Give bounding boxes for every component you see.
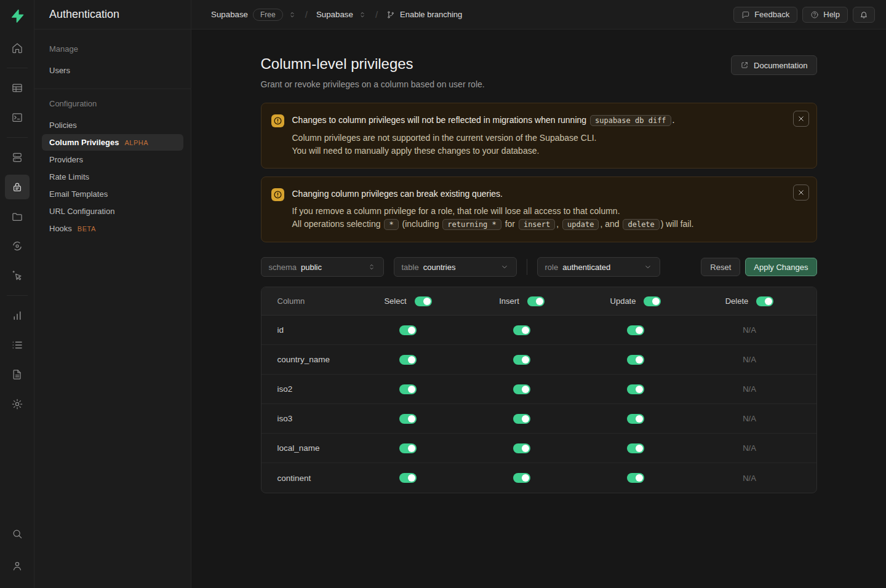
banner-description-line: All operations selecting * (including re…: [292, 218, 694, 231]
privilege-not-applicable: N/A: [743, 325, 756, 335]
toggle-id-select[interactable]: [399, 325, 417, 335]
rail-item-database[interactable]: [5, 145, 30, 170]
api-docs-icon: [11, 368, 23, 381]
table-select[interactable]: table countries: [394, 257, 517, 277]
toggle-continent-select[interactable]: [399, 473, 417, 483]
banner-description-line: Column privileges are not supported in t…: [292, 132, 675, 145]
close-icon: [797, 114, 805, 123]
chevrons-up-down-icon: [367, 263, 376, 271]
toggle-local_name-select[interactable]: [399, 443, 417, 453]
toggle-iso3-update[interactable]: [627, 414, 644, 424]
toggle-id-update[interactable]: [627, 325, 644, 335]
rail-item-edge-functions[interactable]: [5, 234, 30, 258]
toggle-all-select[interactable]: [415, 296, 432, 306]
enable-branching-button[interactable]: Enable branching: [386, 10, 462, 19]
toggle-continent-insert[interactable]: [513, 473, 530, 483]
sidebar-item-users[interactable]: Users: [42, 62, 183, 79]
cell-continent-update: [579, 473, 693, 483]
rail-item-logs[interactable]: [5, 333, 30, 357]
rail-item-home[interactable]: [5, 36, 30, 60]
banner-title: Changes to column privileges will not be…: [292, 114, 675, 127]
cell-country_name-delete: N/A: [693, 355, 807, 364]
rail-item-account[interactable]: [5, 554, 30, 578]
toggle-iso3-insert[interactable]: [513, 414, 530, 424]
rail-item-reports[interactable]: [5, 303, 30, 328]
search-icon: [11, 528, 23, 540]
inline-code: supabase db diff: [590, 115, 671, 126]
toggle-all-insert[interactable]: [527, 296, 545, 306]
sidebar-section-label: Configuration: [49, 99, 176, 108]
toggle-iso2-select[interactable]: [399, 384, 417, 394]
documentation-button[interactable]: Documentation: [731, 55, 816, 75]
schema-select-value: public: [301, 263, 322, 272]
rail-item-search[interactable]: [5, 522, 30, 546]
supabase-logo-icon[interactable]: [5, 4, 30, 28]
sidebar-item-badge: ALPHA: [124, 139, 148, 146]
git-branch-icon: [386, 10, 395, 19]
inline-code: update: [562, 219, 599, 230]
sidebar-header: Authentication: [34, 0, 191, 29]
apply-changes-button[interactable]: Apply Changes: [745, 258, 816, 276]
privilege-not-applicable: N/A: [743, 355, 756, 364]
column-name: iso3: [271, 414, 351, 423]
notifications-button[interactable]: [853, 7, 875, 23]
rail-bottom: [5, 518, 30, 582]
rail-item-authentication[interactable]: [5, 175, 30, 199]
toggle-local_name-update[interactable]: [627, 443, 644, 453]
sidebar-item-badge: BETA: [78, 225, 96, 232]
rail-item-storage[interactable]: [5, 204, 30, 229]
help-button[interactable]: Help: [802, 7, 848, 23]
reports-icon: [11, 309, 23, 322]
inline-code: insert: [519, 219, 555, 230]
org-switcher[interactable]: Supabase Free: [211, 9, 297, 21]
toggle-local_name-insert[interactable]: [513, 443, 530, 453]
cell-iso2-insert: [465, 384, 579, 394]
schema-select[interactable]: schema public: [261, 257, 384, 277]
role-select[interactable]: role authenticated: [537, 257, 660, 277]
banner-close-button[interactable]: [793, 111, 809, 127]
page-title: Column-level privileges: [261, 55, 485, 73]
column-name: local_name: [271, 443, 351, 453]
rail-item-sql-editor[interactable]: [5, 105, 30, 130]
reset-button[interactable]: Reset: [701, 258, 740, 276]
sidebar-item-rate-limits[interactable]: Rate Limits: [42, 169, 183, 185]
column-name: country_name: [271, 355, 351, 364]
cell-local_name-insert: [465, 443, 579, 453]
project-switcher[interactable]: Supabase: [316, 10, 367, 19]
toggle-iso3-select[interactable]: [399, 414, 417, 424]
project-name: Supabase: [316, 10, 353, 19]
feedback-button[interactable]: Feedback: [733, 7, 797, 23]
inline-code: returning *: [442, 219, 501, 230]
banner-content: Changing column privileges can break exi…: [292, 188, 694, 231]
toggle-iso2-insert[interactable]: [513, 384, 530, 394]
toggle-iso2-update[interactable]: [627, 384, 644, 394]
privilege-header-label: Update: [610, 296, 636, 306]
table-select-value: countries: [423, 263, 456, 272]
rail-divider: [7, 137, 28, 138]
sidebar-item-providers[interactable]: Providers: [42, 151, 183, 168]
header-privilege-insert: Insert: [465, 296, 579, 306]
toggle-country_name-insert[interactable]: [513, 355, 530, 365]
close-icon: [797, 188, 805, 197]
toggle-continent-update[interactable]: [627, 473, 644, 483]
help-label: Help: [823, 10, 840, 19]
sidebar-item-hooks[interactable]: HooksBETA: [42, 220, 183, 237]
rail-item-project-settings[interactable]: [5, 392, 30, 416]
app-root: Authentication Supabase Free / Supabase …: [0, 0, 886, 588]
toggle-country_name-update[interactable]: [627, 355, 644, 365]
toggle-id-insert[interactable]: [513, 325, 530, 335]
toggle-country_name-select[interactable]: [399, 355, 417, 365]
rail-item-api-docs[interactable]: [5, 362, 30, 387]
rail-item-realtime[interactable]: [5, 263, 30, 288]
sidebar-item-label: Hooks: [49, 224, 72, 233]
sidebar-item-email-templates[interactable]: Email Templates: [42, 186, 183, 202]
external-link-icon: [740, 61, 749, 70]
sidebar-item-label: URL Configuration: [49, 207, 114, 216]
sidebar-item-column-privileges[interactable]: Column PrivilegesALPHA: [42, 134, 183, 151]
rail-item-table-editor[interactable]: [5, 76, 30, 100]
sidebar-item-url-configuration[interactable]: URL Configuration: [42, 203, 183, 220]
toggle-all-update[interactable]: [644, 296, 661, 306]
sidebar-item-policies[interactable]: Policies: [42, 117, 183, 133]
toggle-all-delete[interactable]: [756, 296, 773, 306]
banner-close-button[interactable]: [793, 185, 809, 201]
